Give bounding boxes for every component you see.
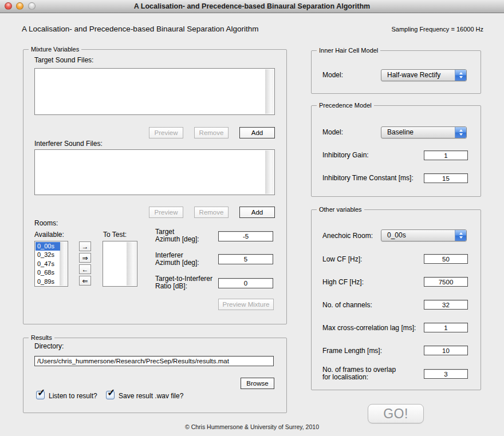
available-rooms-label: Available: xyxy=(34,231,64,239)
listen-to-result-label: Listen to result? xyxy=(49,393,97,400)
directory-value: /Users/chris_hummersone/Research/PrecSep… xyxy=(37,358,229,364)
copyright-footer: © Chris Hummersone & University of Surre… xyxy=(0,423,504,430)
target-azimuth-value: -5 xyxy=(243,233,249,240)
ihc-model-value: Half-wave Rectify xyxy=(381,70,455,81)
frames-overlap-label: No. of frames to overlap for localisatio… xyxy=(322,366,396,381)
num-channels-label: No. of channels: xyxy=(322,302,372,309)
checkmark-icon: ✓ xyxy=(37,387,45,399)
low-cf-value: 50 xyxy=(442,256,450,263)
inhibitory-time-constant-field[interactable]: 15 xyxy=(424,173,468,183)
max-xcorr-lag-value: 1 xyxy=(444,324,447,331)
scrollbar-track[interactable] xyxy=(265,150,274,194)
preview-mixture-button[interactable]: Preview Mixture xyxy=(218,299,274,310)
close-window-icon[interactable] xyxy=(5,2,12,10)
list-item[interactable]: 0_47s xyxy=(36,260,60,268)
double-arrow-right-icon: ⇒ xyxy=(82,255,88,261)
results-group-label: Results xyxy=(29,334,54,341)
interferer-azimuth-label: Interferer Azimuth [deg]: xyxy=(155,252,199,267)
listen-to-result-checkbox[interactable]: ✓ xyxy=(36,391,45,399)
app-window: A Localisation- and Precedence-based Bin… xyxy=(0,0,504,436)
interferer-sound-files-label: Interferer Sound Files: xyxy=(34,140,103,148)
num-channels-field[interactable]: 32 xyxy=(424,300,468,310)
inhibitory-gain-value: 1 xyxy=(444,152,447,159)
inhibitory-time-constant-value: 15 xyxy=(442,175,450,182)
add-target-button-label: Add xyxy=(251,129,263,136)
anechoic-room-value: 0_00s xyxy=(381,230,455,241)
minimize-window-icon[interactable] xyxy=(16,2,23,10)
precedence-model-dropdown[interactable]: Baseline xyxy=(381,126,467,138)
target-to-interferer-ratio-field[interactable]: 0 xyxy=(218,278,273,288)
move-all-right-button[interactable]: ⇒ xyxy=(79,253,91,263)
target-to-interferer-ratio-label: Target-to-Interferer Ratio [dB]: xyxy=(155,275,212,290)
target-azimuth-label: Target Azimuth [deg]: xyxy=(155,228,199,243)
low-cf-field[interactable]: 50 xyxy=(424,254,468,264)
remove-target-button[interactable]: Remove xyxy=(194,127,229,138)
precedence-model-value: Baseline xyxy=(381,127,455,138)
preview-target-button-label: Preview xyxy=(155,129,178,136)
list-item[interactable]: 0_00s xyxy=(36,242,60,251)
stepper-up-icon xyxy=(459,232,463,235)
inhibitory-gain-label: Inhibitory Gain: xyxy=(322,152,369,159)
low-cf-label: Low CF [Hz]: xyxy=(322,256,362,263)
move-all-left-button[interactable]: ⇐ xyxy=(79,276,91,286)
remove-target-button-label: Remove xyxy=(199,129,224,136)
scrollbar-track[interactable] xyxy=(60,242,67,286)
window-titlebar: A Localisation- and Precedence-based Bin… xyxy=(0,0,504,13)
save-result-wav-label: Save result .wav file? xyxy=(119,393,183,400)
move-left-button[interactable]: ← xyxy=(79,264,91,274)
double-arrow-left-icon: ⇐ xyxy=(82,278,88,284)
precedence-model-label: Model: xyxy=(322,129,343,136)
frames-overlap-field[interactable]: 3 xyxy=(424,369,468,379)
inner-hair-cell-group-label: Inner Hair Cell Model xyxy=(317,47,380,54)
interferer-azimuth-value: 5 xyxy=(244,256,247,263)
target-to-interferer-ratio-value: 0 xyxy=(244,280,247,287)
add-interferer-button[interactable]: Add xyxy=(239,207,275,218)
frames-overlap-value: 3 xyxy=(444,371,447,378)
remove-interferer-button-label: Remove xyxy=(199,209,224,216)
ihc-model-dropdown[interactable]: Half-wave Rectify xyxy=(381,69,467,81)
stepper-up-icon xyxy=(459,72,463,74)
list-item[interactable]: 0_32s xyxy=(36,251,60,259)
interferer-sound-files-listbox[interactable] xyxy=(34,149,275,195)
browse-button[interactable]: Browse xyxy=(241,378,274,389)
list-item[interactable]: 0_89s xyxy=(36,278,60,286)
frame-length-field[interactable]: 10 xyxy=(424,346,468,355)
target-sound-files-listbox[interactable] xyxy=(34,68,275,115)
save-result-wav-checkbox[interactable]: ✓ xyxy=(106,391,115,399)
inhibitory-time-constant-label: Inhibitory Time Constant [ms]: xyxy=(322,175,414,182)
rooms-label: Rooms: xyxy=(34,220,58,227)
ihc-model-label: Model: xyxy=(322,72,343,79)
go-button[interactable]: GO! xyxy=(368,404,424,423)
add-target-button[interactable]: Add xyxy=(239,127,275,138)
interferer-azimuth-field[interactable]: 5 xyxy=(218,254,273,264)
anechoic-room-dropdown[interactable]: 0_00s xyxy=(381,229,467,241)
list-item[interactable]: 0_68s xyxy=(36,268,60,277)
dropdown-stepper xyxy=(455,127,466,138)
frame-length-label: Frame Length [ms]: xyxy=(322,347,382,355)
scrollbar-track[interactable] xyxy=(127,242,136,286)
page-title: A Localisation- and Precedence-based Bin… xyxy=(22,25,259,33)
max-xcorr-lag-field[interactable]: 1 xyxy=(424,323,468,332)
stepper-down-icon xyxy=(459,236,463,239)
move-right-button[interactable]: → xyxy=(79,241,91,251)
scrollbar-track[interactable] xyxy=(265,69,274,114)
zoom-window-icon[interactable] xyxy=(28,2,36,10)
preview-target-button[interactable]: Preview xyxy=(149,127,183,138)
checkmark-icon: ✓ xyxy=(107,387,115,399)
go-button-label: GO! xyxy=(383,406,408,422)
preview-mixture-button-label: Preview Mixture xyxy=(223,301,270,308)
high-cf-field[interactable]: 7500 xyxy=(424,277,468,287)
directory-field[interactable]: /Users/chris_hummersone/Research/PrecSep… xyxy=(34,356,274,366)
available-rooms-listbox[interactable]: 0_00s 0_32s 0_47s 0_68s 0_89s xyxy=(34,241,68,287)
remove-interferer-button[interactable]: Remove xyxy=(194,207,229,218)
arrow-left-icon: ← xyxy=(82,266,89,273)
max-xcorr-lag-label: Max cross-correlation lag [ms]: xyxy=(322,324,416,332)
to-test-rooms-listbox[interactable] xyxy=(103,241,137,287)
target-sound-files-label: Target Sound Files: xyxy=(34,57,93,64)
inhibitory-gain-field[interactable]: 1 xyxy=(424,150,468,160)
preview-interferer-button[interactable]: Preview xyxy=(149,207,183,218)
anechoic-room-label: Anechoic Room: xyxy=(322,232,373,240)
target-azimuth-field[interactable]: -5 xyxy=(218,231,273,241)
preview-interferer-button-label: Preview xyxy=(155,209,178,216)
dropdown-stepper xyxy=(455,230,466,241)
